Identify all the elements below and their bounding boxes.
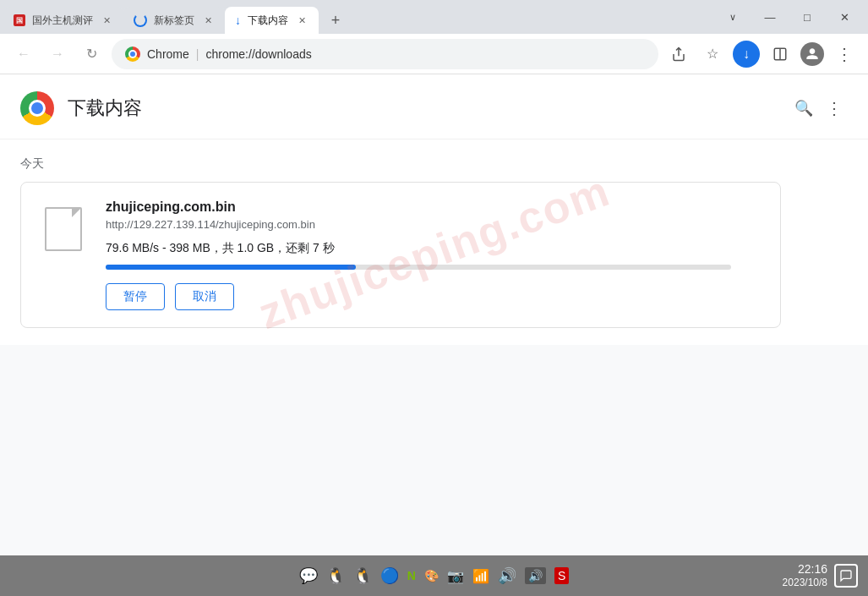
titlebar: 国 国外主机测评 ✕ 新标签页 ✕ ↓ 下载内容 ✕ + ∨ — □ ✕ [0,0,868,34]
downloads-content: 今天 zhujiceping.com.bin http://129.227.13… [0,139,868,345]
download-status: 79.6 MB/s - 398 MB，共 1.0 GB，还剩 7 秒 [106,241,763,256]
download-item: zhujiceping.com.bin http://129.227.139.1… [20,182,781,328]
tab-2[interactable]: 新标签页 ✕ [123,7,225,34]
tab3-favicon: ↓ [235,14,241,27]
address-brand: Chrome [147,47,189,61]
page-header: 下载内容 🔍 ⋮ [0,74,868,139]
taskbar-center: 💬 🐧 🐧 🔵 N 🎨 📷 📶 🔊 🔊 S [299,566,569,585]
clock-date: 2023/10/8 [783,577,827,590]
tab-1[interactable]: 国 国外主机测评 ✕ [3,7,123,34]
reload-button[interactable]: ↻ [78,41,105,68]
tab-strip: 国 国外主机测评 ✕ 新标签页 ✕ ↓ 下载内容 ✕ + [0,7,709,34]
toolbar: ← → ↻ Chrome | chrome://downloads ☆ ↓ ⋮ [0,34,868,74]
download-indicator[interactable]: ↓ [733,41,760,68]
qq-icon-1[interactable]: 🐧 [326,566,345,585]
restore-button[interactable]: ∨ [716,3,750,30]
tab2-label: 新标签页 [154,14,194,28]
split-screen-button[interactable] [767,41,794,68]
address-url: chrome://downloads [205,47,311,61]
download-info: zhujiceping.com.bin http://129.227.139.1… [106,200,763,310]
nvidia-icon[interactable]: N [407,569,416,582]
cancel-button[interactable]: 取消 [175,283,234,310]
sogou-icon[interactable]: S [554,567,569,584]
download-actions: 暂停 取消 [106,283,763,310]
share-button[interactable] [665,41,692,68]
ime-icon[interactable]: 🔊 [525,567,546,584]
page-title: 下载内容 [68,96,142,121]
forward-button[interactable]: → [44,41,71,68]
wifi-icon[interactable]: 📶 [472,568,489,584]
tab1-favicon: 国 [14,14,25,26]
close-button[interactable]: ✕ [827,3,861,30]
volume-icon[interactable]: 🔊 [498,566,516,585]
file-icon [45,207,82,251]
tab1-label: 国外主机测评 [32,14,93,28]
figma-icon[interactable]: 🎨 [424,569,439,582]
bluetooth-icon[interactable]: 🔵 [380,566,399,585]
tab3-close[interactable]: ✕ [295,14,308,27]
progress-bar-fill [106,265,356,270]
download-filename: zhujiceping.com.bin [106,200,763,215]
profile-button[interactable] [800,42,824,66]
new-tab-button[interactable]: + [322,7,349,34]
search-button[interactable]: 🔍 [790,95,817,122]
address-bar[interactable]: Chrome | chrome://downloads [112,39,658,69]
bookmark-button[interactable]: ☆ [699,41,726,68]
clock-section: 22:16 2023/10/8 [783,561,827,590]
section-today: 今天 [20,156,848,172]
chrome-menu-button[interactable]: ⋮ [831,41,858,68]
page-content: 下载内容 🔍 ⋮ zhujiceping.com 今天 zhujiceping.… [0,74,868,555]
window-controls: ∨ — □ ✕ [709,3,868,30]
notification-icon[interactable] [834,564,858,588]
qq-icon-2[interactable]: 🐧 [353,566,372,585]
download-url: http://129.227.139.114/zhujiceping.com.b… [106,218,763,231]
taskbar-right: 22:16 2023/10/8 [569,561,858,590]
progress-bar-track [106,265,731,270]
tab2-close[interactable]: ✕ [201,14,215,27]
wechat-icon[interactable]: 💬 [299,566,318,585]
taskbar: 💬 🐧 🐧 🔵 N 🎨 📷 📶 🔊 🔊 S 22:16 2023/10/8 [0,555,868,596]
chrome-logo [20,91,54,125]
pause-button[interactable]: 暂停 [106,283,165,310]
page-header-actions: 🔍 ⋮ [790,95,848,122]
page-menu-button[interactable]: ⋮ [821,95,848,122]
back-button[interactable]: ← [10,41,37,68]
page-title-section: 下载内容 [20,91,142,125]
minimize-button[interactable]: — [753,3,787,30]
tab2-loading-icon [134,14,147,27]
file-icon-wrap [38,200,89,259]
chrome-brand-icon [125,46,140,62]
camera-icon[interactable]: 📷 [447,568,464,584]
tab-3[interactable]: ↓ 下载内容 ✕ [225,7,319,34]
tab3-label: 下载内容 [248,14,288,28]
maximize-button[interactable]: □ [790,3,824,30]
clock-time: 22:16 [783,561,827,577]
tab1-close[interactable]: ✕ [100,14,113,27]
address-separator: | [196,47,199,61]
